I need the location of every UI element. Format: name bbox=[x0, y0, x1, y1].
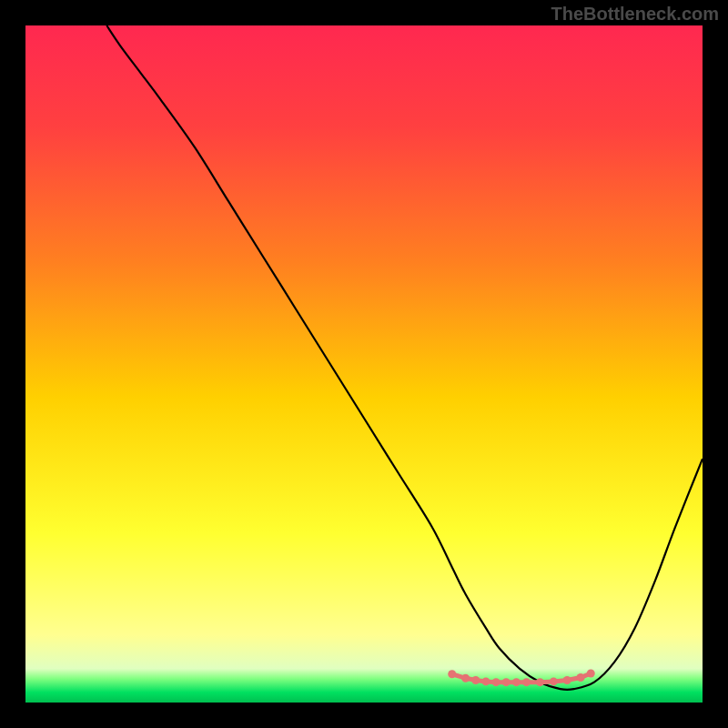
svg-point-4 bbox=[492, 678, 500, 686]
gradient-background bbox=[25, 25, 703, 703]
svg-point-11 bbox=[577, 673, 585, 682]
svg-point-7 bbox=[522, 678, 531, 686]
chart-container: TheBottleneck.com bbox=[0, 0, 728, 728]
chart-svg bbox=[25, 25, 703, 703]
svg-point-2 bbox=[471, 676, 480, 684]
svg-point-9 bbox=[550, 677, 558, 685]
svg-point-5 bbox=[502, 678, 511, 686]
plot-area bbox=[25, 25, 703, 703]
svg-point-3 bbox=[481, 677, 490, 685]
svg-point-10 bbox=[563, 676, 571, 684]
svg-point-1 bbox=[461, 674, 470, 682]
svg-point-8 bbox=[536, 678, 544, 686]
svg-point-12 bbox=[587, 670, 595, 678]
watermark-text: TheBottleneck.com bbox=[551, 4, 719, 25]
svg-point-0 bbox=[448, 670, 456, 678]
svg-point-6 bbox=[512, 678, 521, 686]
